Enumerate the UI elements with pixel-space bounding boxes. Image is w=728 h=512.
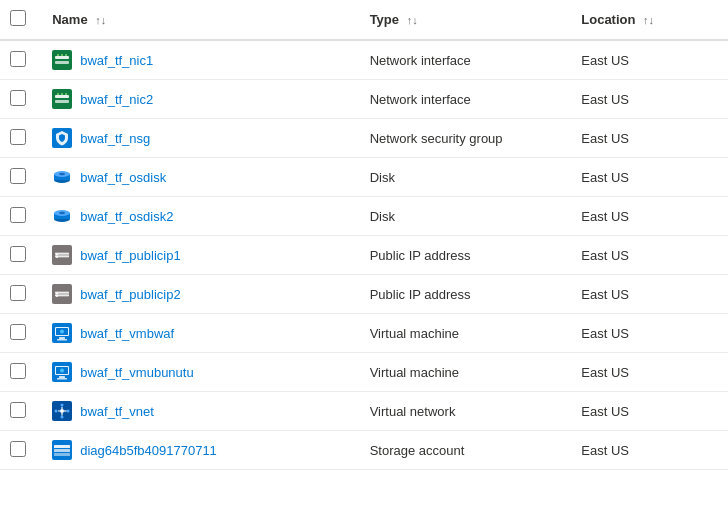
table-row: bwaf_tf_vmubunutu Virtual machine East U…: [0, 353, 728, 392]
svg-point-20: [59, 212, 65, 214]
row-checkbox-5[interactable]: [10, 246, 26, 262]
svg-point-25: [56, 254, 58, 256]
col-type-label: Type: [370, 12, 399, 27]
col-location-sort-icon: ↑↓: [643, 14, 654, 26]
row-type-cell-1: Network interface: [358, 80, 570, 119]
row-checkbox-cell-2[interactable]: [0, 119, 40, 158]
row-checkbox-cell-4[interactable]: [0, 197, 40, 236]
row-location-cell-0: East US: [569, 40, 728, 80]
resource-icon-1: [52, 89, 72, 109]
resource-link-3[interactable]: bwaf_tf_osdisk: [80, 170, 166, 185]
table-row: bwaf_tf_vnet Virtual network East US: [0, 392, 728, 431]
row-checkbox-cell-5[interactable]: [0, 236, 40, 275]
resource-link-2[interactable]: bwaf_tf_nsg: [80, 131, 150, 146]
resource-icon-9: [52, 401, 72, 421]
table-row: bwaf_tf_publicip1 Public IP address East…: [0, 236, 728, 275]
row-location-cell-5: East US: [569, 236, 728, 275]
resource-link-8[interactable]: bwaf_tf_vmubunutu: [80, 365, 193, 380]
row-name-cell-3: bwaf_tf_osdisk: [40, 158, 357, 197]
svg-rect-10: [61, 93, 63, 95]
row-name-cell-9: bwaf_tf_vnet: [40, 392, 357, 431]
row-checkbox-cell-3[interactable]: [0, 158, 40, 197]
svg-point-31: [56, 293, 58, 295]
svg-rect-8: [55, 100, 69, 103]
row-checkbox-6[interactable]: [10, 285, 26, 301]
row-checkbox-7[interactable]: [10, 324, 26, 340]
resource-link-9[interactable]: bwaf_tf_vnet: [80, 404, 154, 419]
row-location-cell-8: East US: [569, 353, 728, 392]
row-location-cell-9: East US: [569, 392, 728, 431]
select-all-checkbox[interactable]: [10, 10, 26, 26]
svg-point-47: [55, 410, 58, 413]
table-row: diag64b5fb4091770711 Storage account Eas…: [0, 431, 728, 470]
resource-link-6[interactable]: bwaf_tf_publicip2: [80, 287, 180, 302]
resource-link-10[interactable]: diag64b5fb4091770711: [80, 443, 217, 458]
table-row: bwaf_tf_osdisk Disk East US: [0, 158, 728, 197]
col-name-label: Name: [52, 12, 87, 27]
row-checkbox-cell-0[interactable]: [0, 40, 40, 80]
row-checkbox-4[interactable]: [10, 207, 26, 223]
svg-point-32: [56, 295, 58, 297]
resource-link-7[interactable]: bwaf_tf_vmbwaf: [80, 326, 174, 341]
resource-icon-3: [52, 167, 72, 187]
row-checkbox-cell-7[interactable]: [0, 314, 40, 353]
resource-icon-2: [52, 128, 72, 148]
row-name-cell-6: bwaf_tf_publicip2: [40, 275, 357, 314]
row-location-cell-4: East US: [569, 197, 728, 236]
svg-point-44: [60, 369, 64, 373]
svg-rect-56: [54, 445, 70, 448]
col-header-location[interactable]: Location ↑↓: [569, 0, 728, 40]
resource-icon-5: [52, 245, 72, 265]
resource-link-0[interactable]: bwaf_tf_nic1: [80, 53, 153, 68]
svg-point-46: [60, 409, 64, 413]
col-header-type[interactable]: Type ↑↓: [358, 0, 570, 40]
row-location-cell-6: East US: [569, 275, 728, 314]
row-name-cell-1: bwaf_tf_nic2: [40, 80, 357, 119]
row-checkbox-0[interactable]: [10, 51, 26, 67]
row-checkbox-cell-9[interactable]: [0, 392, 40, 431]
resource-link-5[interactable]: bwaf_tf_publicip1: [80, 248, 180, 263]
row-checkbox-cell-1[interactable]: [0, 80, 40, 119]
svg-rect-11: [65, 93, 67, 95]
table-row: bwaf_tf_nic1 Network interface East US: [0, 40, 728, 80]
svg-rect-36: [59, 337, 65, 339]
svg-rect-2: [55, 61, 69, 64]
row-type-cell-3: Disk: [358, 158, 570, 197]
resource-link-4[interactable]: bwaf_tf_osdisk2: [80, 209, 173, 224]
row-type-cell-7: Virtual machine: [358, 314, 570, 353]
row-checkbox-3[interactable]: [10, 168, 26, 184]
row-location-cell-2: East US: [569, 119, 728, 158]
resource-icon-7: [52, 323, 72, 343]
row-checkbox-cell-6[interactable]: [0, 275, 40, 314]
svg-point-48: [67, 410, 70, 413]
row-location-cell-7: East US: [569, 314, 728, 353]
row-name-cell-8: bwaf_tf_vmubunutu: [40, 353, 357, 392]
col-location-label: Location: [581, 12, 635, 27]
row-checkbox-8[interactable]: [10, 363, 26, 379]
row-checkbox-2[interactable]: [10, 129, 26, 145]
row-type-cell-9: Virtual network: [358, 392, 570, 431]
row-checkbox-cell-10[interactable]: [0, 431, 40, 470]
row-name-cell-5: bwaf_tf_publicip1: [40, 236, 357, 275]
col-header-name[interactable]: Name ↑↓: [40, 0, 357, 40]
row-checkbox-1[interactable]: [10, 90, 26, 106]
svg-rect-3: [57, 54, 59, 56]
row-type-cell-4: Disk: [358, 197, 570, 236]
row-checkbox-9[interactable]: [10, 402, 26, 418]
row-name-cell-4: bwaf_tf_osdisk2: [40, 197, 357, 236]
row-location-cell-10: East US: [569, 431, 728, 470]
resource-icon-0: [52, 50, 72, 70]
row-type-cell-2: Network security group: [358, 119, 570, 158]
resource-icon-4: [52, 206, 72, 226]
row-checkbox-10[interactable]: [10, 441, 26, 457]
svg-rect-6: [52, 89, 72, 109]
svg-point-50: [61, 416, 64, 419]
col-name-sort-icon: ↑↓: [95, 14, 106, 26]
resource-link-1[interactable]: bwaf_tf_nic2: [80, 92, 153, 107]
row-checkbox-cell-8[interactable]: [0, 353, 40, 392]
table-row: bwaf_tf_osdisk2 Disk East US: [0, 197, 728, 236]
svg-rect-43: [57, 378, 67, 380]
table-header-row: Name ↑↓ Type ↑↓ Location ↑↓: [0, 0, 728, 40]
table-row: bwaf_tf_vmbwaf Virtual machine East US: [0, 314, 728, 353]
select-all-header[interactable]: [0, 0, 40, 40]
